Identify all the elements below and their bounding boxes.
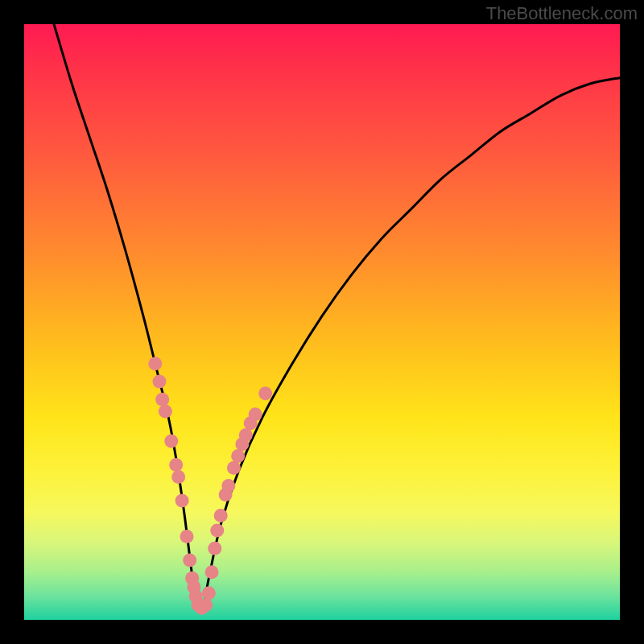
bottleneck-curve xyxy=(54,24,620,613)
watermark-text: TheBottleneck.com xyxy=(486,3,638,24)
data-marker xyxy=(199,598,213,612)
data-marker xyxy=(214,509,228,522)
data-marker xyxy=(202,586,216,600)
data-marker xyxy=(169,458,183,472)
data-marker xyxy=(183,554,196,568)
data-marker xyxy=(239,428,253,442)
data-marker xyxy=(227,461,241,475)
data-marker xyxy=(155,393,169,407)
data-marker xyxy=(175,494,189,508)
data-marker xyxy=(258,386,272,400)
data-marker xyxy=(205,565,219,579)
data-marker xyxy=(148,357,162,370)
chart-svg xyxy=(24,24,620,620)
data-marker xyxy=(159,405,172,419)
plot-area xyxy=(24,24,620,620)
data-marker xyxy=(221,479,235,493)
data-marker xyxy=(171,470,185,484)
data-marker xyxy=(180,530,194,543)
data-marker xyxy=(231,449,245,463)
chart-frame: TheBottleneck.com xyxy=(0,0,644,644)
data-marker xyxy=(249,407,262,421)
data-marker xyxy=(164,435,178,448)
data-marker xyxy=(152,375,166,389)
data-marker xyxy=(210,524,224,538)
data-marker xyxy=(208,542,221,555)
